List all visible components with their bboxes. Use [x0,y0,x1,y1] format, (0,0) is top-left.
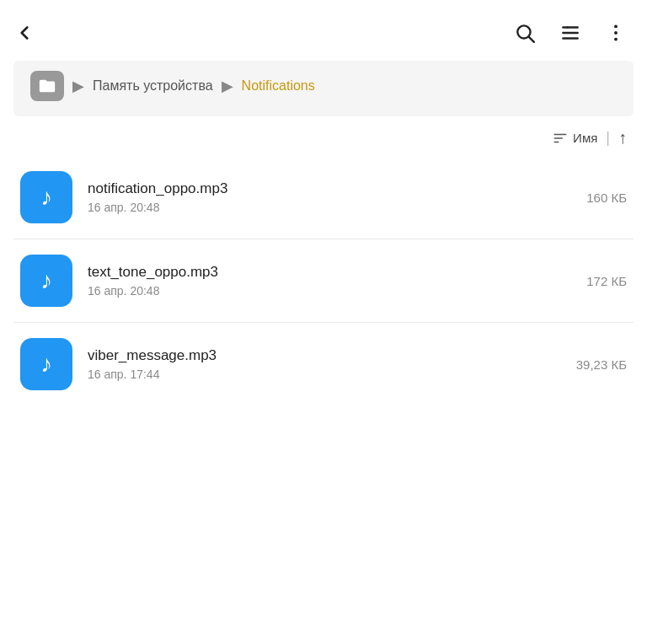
music-note-icon: ♪ [40,185,52,209]
file-list: ♪ notification_oppo.mp3 16 апр. 20:48 16… [0,156,647,405]
file-icon-0: ♪ [20,171,72,223]
breadcrumb-current: Notifications [242,78,315,94]
file-name-1: text_tone_oppo.mp3 [88,264,571,281]
file-item[interactable]: ♪ notification_oppo.mp3 16 апр. 20:48 16… [13,156,634,239]
file-date-2: 16 апр. 17:44 [88,368,561,381]
file-item[interactable]: ♪ viber_message.mp3 16 апр. 17:44 39,23 … [13,323,634,405]
breadcrumb: ▶ Память устройства ▶ Notifications [13,61,634,116]
top-bar [0,0,647,61]
search-button[interactable] [514,22,536,44]
breadcrumb-chevron-1: ▶ [72,77,84,95]
sort-bar: Имя | ↑ [0,123,647,156]
list-view-button[interactable] [559,22,581,44]
file-info-0: notification_oppo.mp3 16 апр. 20:48 [88,180,571,214]
top-bar-left [13,22,35,44]
sort-icon [553,131,568,146]
file-name-2: viber_message.mp3 [88,347,561,364]
sort-field-label: Имя [573,131,597,145]
file-icon-2: ♪ [20,338,72,390]
file-icon-1: ♪ [20,255,72,307]
music-note-icon: ♪ [40,352,52,376]
file-name-0: notification_oppo.mp3 [88,180,571,197]
more-options-button[interactable] [605,22,627,44]
back-button[interactable] [13,22,35,44]
file-date-1: 16 апр. 20:48 [88,284,571,298]
svg-line-1 [529,37,534,42]
svg-point-8 [614,38,618,41]
file-size-0: 160 КБ [586,191,627,205]
breadcrumb-parent[interactable]: Память устройства [93,78,213,94]
file-size-1: 172 КБ [586,274,627,288]
breadcrumb-chevron-2: ▶ [222,77,233,95]
svg-point-6 [614,24,618,28]
sort-label[interactable]: Имя [553,131,597,146]
file-size-2: 39,23 КБ [576,357,627,372]
file-date-0: 16 апр. 20:48 [88,201,571,214]
top-bar-right [514,22,627,44]
file-info-1: text_tone_oppo.mp3 16 апр. 20:48 [88,264,571,298]
sort-direction-button[interactable]: ↑ [618,128,627,148]
file-item[interactable]: ♪ text_tone_oppo.mp3 16 апр. 20:48 172 К… [13,239,634,323]
sort-divider: | [606,129,610,147]
file-info-2: viber_message.mp3 16 апр. 17:44 [88,347,561,381]
folder-icon[interactable] [30,71,64,101]
music-note-icon: ♪ [40,269,52,292]
svg-point-7 [614,31,618,35]
